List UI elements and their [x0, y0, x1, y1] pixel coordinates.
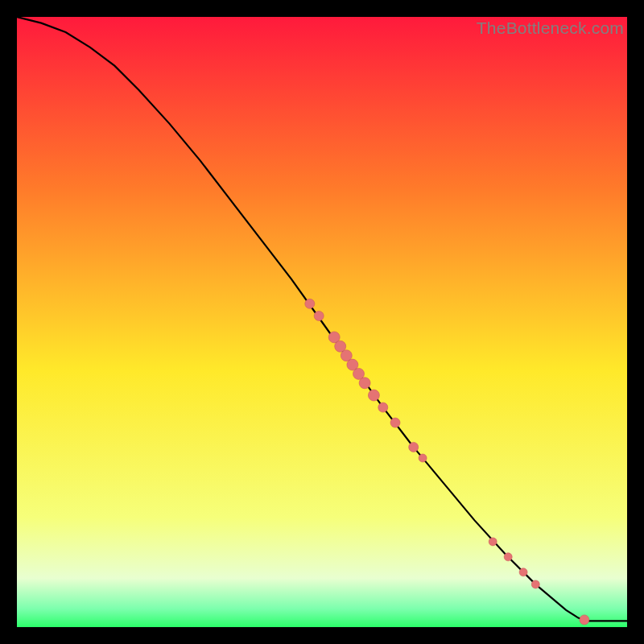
- data-point: [390, 418, 400, 427]
- data-point: [519, 568, 527, 576]
- data-point: [409, 442, 419, 452]
- data-point: [531, 580, 539, 588]
- data-point: [504, 553, 512, 561]
- data-point: [419, 454, 427, 462]
- chart-frame: TheBottleneck.com: [17, 17, 627, 627]
- data-point: [359, 378, 370, 389]
- data-point: [580, 615, 589, 625]
- data-point: [378, 402, 388, 412]
- data-point: [489, 538, 497, 546]
- data-point: [368, 390, 379, 401]
- watermark-text: TheBottleneck.com: [477, 19, 624, 38]
- chart-svg: [17, 17, 627, 627]
- data-point: [305, 299, 315, 308]
- data-point: [314, 311, 324, 320]
